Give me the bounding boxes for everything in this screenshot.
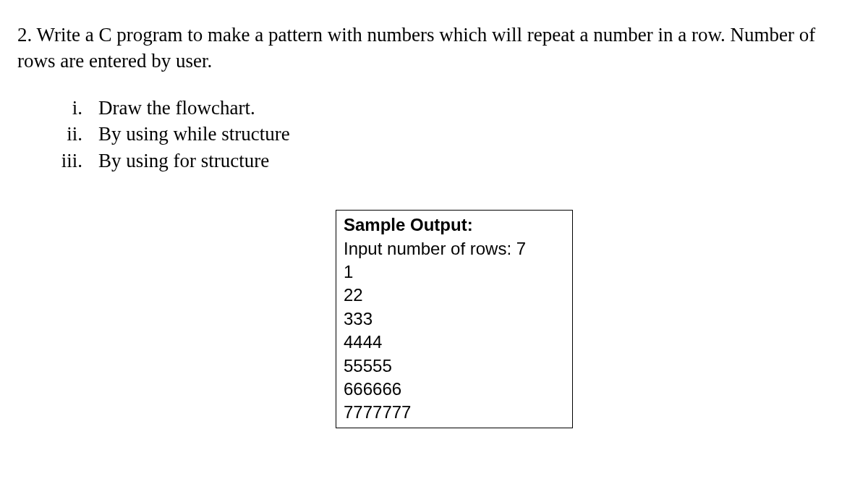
question-text: 2. Write a C program to make a pattern w… (17, 22, 851, 75)
list-item: i. Draw the flowchart. (32, 95, 851, 121)
sample-input-line: Input number of rows: 7 (344, 237, 565, 260)
sample-output-line: 7777777 (344, 401, 565, 424)
sample-output-line: 333 (344, 307, 565, 331)
list-item: ii. By using while structure (32, 121, 851, 147)
list-item-number: ii. (32, 121, 98, 147)
question-body: Write a C program to make a pattern with… (17, 24, 815, 72)
page: 2. Write a C program to make a pattern w… (0, 0, 868, 428)
sample-output-line: 4444 (344, 331, 565, 354)
list-item-text: By using while structure (98, 121, 290, 147)
list-item: iii. By using for structure (32, 148, 851, 174)
sample-title: Sample Output: (344, 213, 565, 237)
sample-output-line: 55555 (344, 354, 565, 378)
list-item-text: Draw the flowchart. (98, 95, 255, 121)
sample-output-line: 22 (344, 284, 565, 307)
sample-output-box: Sample Output: Input number of rows: 7 1… (336, 210, 573, 428)
list-item-number: iii. (32, 148, 98, 174)
sub-list: i. Draw the flowchart. ii. By using whil… (32, 95, 851, 174)
list-item-text: By using for structure (98, 148, 269, 174)
list-item-number: i. (32, 95, 98, 121)
sample-output-line: 1 (344, 260, 565, 284)
question-number: 2. (17, 24, 32, 46)
sample-output-line: 666666 (344, 378, 565, 401)
